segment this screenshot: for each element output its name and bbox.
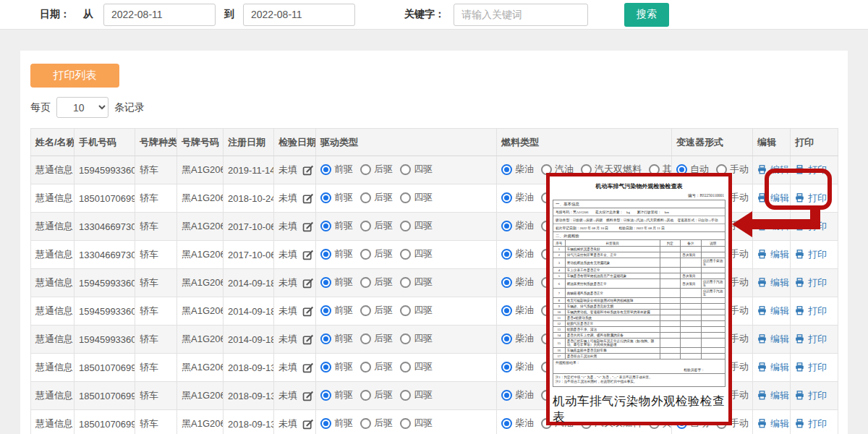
radio-option[interactable]: 后驱	[360, 388, 393, 401]
radio-option[interactable]: 柴油	[501, 163, 534, 176]
edit-note-icon[interactable]	[302, 221, 314, 233]
radio-selected-icon[interactable]	[501, 418, 512, 429]
radio-option[interactable]: 四驱	[400, 163, 433, 176]
edit-button[interactable]: 编辑	[757, 192, 789, 205]
radio-option[interactable]: 柴油	[501, 332, 534, 345]
radio-unselected-icon[interactable]	[360, 305, 371, 316]
radio-selected-icon[interactable]	[320, 333, 331, 344]
radio-selected-icon[interactable]	[320, 418, 331, 429]
radio-unselected-icon[interactable]	[400, 333, 411, 344]
edit-note-icon[interactable]	[302, 249, 314, 261]
radio-option[interactable]: 后驱	[360, 332, 393, 345]
edit-note-icon[interactable]	[302, 418, 314, 430]
print-button[interactable]: 打印	[795, 305, 827, 318]
radio-selected-icon[interactable]	[320, 221, 331, 231]
radio-option[interactable]: 前驱	[320, 276, 353, 289]
radio-selected-icon[interactable]	[320, 362, 331, 373]
radio-option[interactable]: 四驱	[400, 332, 433, 345]
radio-unselected-icon[interactable]	[400, 390, 411, 401]
edit-note-icon[interactable]	[302, 390, 314, 402]
date-to-input[interactable]	[243, 4, 355, 26]
radio-option[interactable]: 柴油	[501, 417, 534, 430]
print-button[interactable]: 打印	[795, 389, 827, 402]
radio-selected-icon[interactable]	[501, 277, 512, 288]
radio-selected-icon[interactable]	[501, 362, 512, 373]
keyword-input[interactable]	[454, 4, 588, 26]
radio-option[interactable]: 柴油	[501, 360, 534, 373]
radio-option[interactable]: 后驱	[360, 247, 393, 260]
radio-selected-icon[interactable]	[501, 221, 512, 231]
radio-unselected-icon[interactable]	[360, 164, 371, 175]
radio-option[interactable]: 后驱	[360, 191, 393, 204]
radio-option[interactable]: 前驱	[320, 247, 353, 260]
radio-selected-icon[interactable]	[320, 249, 331, 260]
radio-unselected-icon[interactable]	[360, 192, 371, 203]
radio-unselected-icon[interactable]	[360, 277, 371, 288]
radio-option[interactable]: 四驱	[400, 417, 433, 430]
print-list-button[interactable]: 打印列表	[30, 64, 119, 88]
radio-option[interactable]: 后驱	[360, 304, 393, 317]
search-button[interactable]: 搜索	[624, 3, 669, 27]
radio-unselected-icon[interactable]	[400, 249, 411, 260]
radio-option[interactable]: 四驱	[400, 191, 433, 204]
radio-option[interactable]: 柴油	[501, 388, 534, 401]
print-button[interactable]: 打印	[795, 192, 827, 205]
radio-option[interactable]: 前驱	[320, 219, 353, 232]
radio-selected-icon[interactable]	[501, 305, 512, 316]
radio-option[interactable]: 四驱	[400, 219, 433, 232]
radio-option[interactable]: 四驱	[400, 360, 433, 373]
radio-selected-icon[interactable]	[501, 333, 512, 344]
radio-unselected-icon[interactable]	[400, 305, 411, 316]
radio-option[interactable]: 后驱	[360, 219, 393, 232]
radio-selected-icon[interactable]	[320, 164, 331, 175]
radio-option[interactable]: 四驱	[400, 247, 433, 260]
radio-option[interactable]: 四驱	[400, 276, 433, 289]
radio-option[interactable]: 前驱	[320, 163, 353, 176]
edit-note-icon[interactable]	[302, 277, 314, 289]
radio-option[interactable]: 前驱	[320, 388, 353, 401]
edit-button[interactable]: 编辑	[757, 417, 789, 430]
edit-button[interactable]: 编辑	[757, 389, 789, 402]
radio-option[interactable]: 柴油	[501, 247, 534, 260]
date-from-input[interactable]	[103, 4, 216, 26]
edit-button[interactable]: 编辑	[757, 248, 789, 261]
radio-unselected-icon[interactable]	[360, 249, 371, 260]
radio-selected-icon[interactable]	[320, 277, 331, 288]
edit-button[interactable]: 编辑	[757, 361, 789, 374]
radio-unselected-icon[interactable]	[360, 333, 371, 344]
edit-note-icon[interactable]	[302, 305, 314, 318]
edit-note-icon[interactable]	[302, 164, 314, 176]
edit-button[interactable]: 编辑	[757, 333, 789, 346]
print-button[interactable]: 打印	[795, 163, 827, 176]
print-button[interactable]: 打印	[795, 361, 827, 374]
radio-unselected-icon[interactable]	[400, 277, 411, 288]
radio-unselected-icon[interactable]	[360, 362, 371, 373]
radio-unselected-icon[interactable]	[360, 418, 371, 429]
radio-option[interactable]: 前驱	[320, 332, 353, 345]
radio-option[interactable]: 前驱	[320, 360, 353, 373]
edit-button[interactable]: 编辑	[757, 305, 789, 318]
print-button[interactable]: 打印	[795, 417, 827, 430]
radio-unselected-icon[interactable]	[400, 418, 411, 429]
edit-button[interactable]: 编辑	[757, 163, 789, 176]
radio-unselected-icon[interactable]	[360, 221, 371, 231]
radio-option[interactable]: 后驱	[360, 417, 393, 430]
radio-unselected-icon[interactable]	[400, 164, 411, 175]
radio-option[interactable]: 四驱	[400, 388, 433, 401]
radio-selected-icon[interactable]	[501, 249, 512, 260]
radio-selected-icon[interactable]	[320, 305, 331, 316]
radio-option[interactable]: 柴油	[501, 276, 534, 289]
radio-unselected-icon[interactable]	[400, 362, 411, 373]
radio-unselected-icon[interactable]	[360, 390, 371, 401]
radio-selected-icon[interactable]	[501, 390, 512, 401]
print-button[interactable]: 打印	[795, 333, 827, 346]
radio-selected-icon[interactable]	[320, 192, 331, 203]
print-button[interactable]: 打印	[795, 276, 827, 289]
radio-option[interactable]: 柴油	[501, 219, 534, 232]
radio-selected-icon[interactable]	[501, 192, 512, 203]
radio-option[interactable]: 前驱	[320, 191, 353, 204]
radio-option[interactable]: 后驱	[360, 163, 393, 176]
print-button[interactable]: 打印	[795, 248, 827, 261]
edit-note-icon[interactable]	[302, 333, 314, 346]
radio-option[interactable]: 柴油	[501, 304, 534, 317]
